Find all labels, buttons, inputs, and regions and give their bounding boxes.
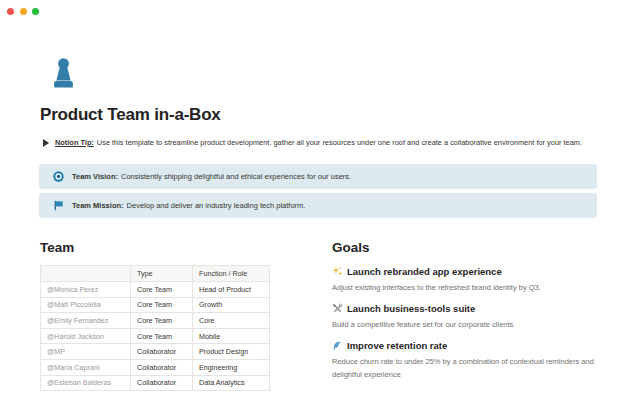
goal-item: Launch rebranded app experience Adjust e… — [332, 265, 606, 294]
team-section: Team Type Function / Role @Monica PerezC… — [40, 239, 273, 391]
callout-text: Develop and deliver an industry leading … — [127, 201, 306, 211]
goals-section: Goals Launch rebranded app experience Ad… — [332, 239, 606, 389]
goal-title-row[interactable]: Launch business-tools suite — [332, 302, 606, 315]
team-table: Type Function / Role @Monica PerezCore T… — [40, 265, 270, 391]
tip-text: Notion Tip:Use this template to streamli… — [55, 138, 582, 148]
person-mention-cell[interactable]: @Esteban Balderas — [41, 375, 131, 391]
table-cell[interactable]: Collaborator — [131, 344, 193, 360]
callout-text: Consistently shipping delightful and eth… — [121, 172, 351, 182]
goal-title-row[interactable]: Launch rebranded app experience — [332, 265, 606, 278]
table-row: @Matt PiccolellaCore TeamGrowth — [41, 297, 270, 313]
person-mention-cell[interactable]: @Harold Jackson — [41, 328, 131, 344]
table-cell[interactable]: Data Analytics — [193, 375, 270, 391]
table-cell[interactable]: Collaborator — [131, 375, 193, 391]
person-mention-cell[interactable]: @Matt Piccolella — [41, 297, 131, 313]
tip-body: Use this template to streamline product … — [97, 138, 582, 147]
column-header-function-role[interactable]: Function / Role — [193, 266, 270, 282]
team-table-body: @Monica PerezCore TeamHead of Product@Ma… — [41, 282, 270, 391]
table-row: @Harold JacksonCore TeamMobile — [41, 328, 270, 344]
person-mention-cell[interactable]: @Emily Fernandez — [41, 313, 131, 329]
table-cell[interactable]: Collaborator — [131, 359, 193, 375]
team-vision-callout[interactable]: Team Vision: Consistently shipping delig… — [39, 164, 597, 189]
goal-description[interactable]: Build a competitive feature set for our … — [332, 318, 604, 331]
flag-icon — [53, 200, 64, 211]
goal-title: Launch rebranded app experience — [347, 265, 502, 278]
goal-description[interactable]: Adjust existing interfaces to the refres… — [332, 281, 604, 294]
goal-title: Launch business-tools suite — [347, 302, 475, 315]
table-cell[interactable]: Mobile — [193, 328, 270, 344]
team-mission-callout[interactable]: Team Mission: Develop and deliver an ind… — [39, 193, 597, 218]
table-row: @Esteban BalderasCollaboratorData Analyt… — [41, 375, 270, 391]
table-cell[interactable]: Core Team — [131, 328, 193, 344]
table-row: @Emily FernandezCore TeamCore — [41, 313, 270, 329]
hammer-and-wrench-icon — [332, 303, 343, 314]
person-mention-cell[interactable]: @Monica Perez — [41, 282, 131, 298]
window-controls — [7, 8, 39, 15]
minimize-button[interactable] — [20, 8, 27, 15]
goal-title: Improve retention rate — [347, 339, 447, 352]
column-header-type[interactable]: Type — [131, 266, 193, 282]
tip-label: Notion Tip: — [55, 138, 94, 147]
person-mention-cell[interactable]: @MP — [41, 344, 131, 360]
sparkles-icon — [332, 266, 343, 277]
goals-heading[interactable]: Goals — [332, 239, 606, 257]
table-row: @Maria CapraniCollaboratorEngineering — [41, 359, 270, 375]
goal-item: Launch business-tools suite Build a comp… — [332, 302, 606, 331]
pawn-icon[interactable] — [52, 57, 75, 89]
column-header-name[interactable] — [41, 266, 131, 282]
callout-label: Team Vision: — [72, 172, 118, 182]
page-title[interactable]: Product Team in-a-Box — [40, 103, 221, 127]
table-cell[interactable]: Core Team — [131, 297, 193, 313]
nazar-amulet-icon — [53, 171, 64, 182]
table-cell[interactable]: Growth — [193, 297, 270, 313]
table-cell[interactable]: Engineering — [193, 359, 270, 375]
triangle-right-icon[interactable] — [43, 139, 49, 147]
goals-list: Launch rebranded app experience Adjust e… — [332, 265, 606, 381]
goal-description[interactable]: Reduce churn rate to under 25% by a comb… — [332, 355, 604, 381]
goal-item: Improve retention rate Reduce churn rate… — [332, 339, 606, 381]
team-heading[interactable]: Team — [40, 239, 273, 257]
notion-tip-toggle[interactable]: Notion Tip:Use this template to streamli… — [43, 138, 633, 148]
table-cell[interactable]: Core Team — [131, 282, 193, 298]
table-cell[interactable]: Product Design — [193, 344, 270, 360]
table-row: @MPCollaboratorProduct Design — [41, 344, 270, 360]
goal-title-row[interactable]: Improve retention rate — [332, 339, 606, 352]
zoom-button[interactable] — [32, 8, 39, 15]
table-cell[interactable]: Head of Product — [193, 282, 270, 298]
table-row: @Monica PerezCore TeamHead of Product — [41, 282, 270, 298]
table-cell[interactable]: Core — [193, 313, 270, 329]
table-header-row: Type Function / Role — [41, 266, 270, 282]
table-cell[interactable]: Core Team — [131, 313, 193, 329]
person-mention-cell[interactable]: @Maria Caprani — [41, 359, 131, 375]
dolphin-icon — [332, 340, 343, 351]
callout-label: Team Mission: — [72, 201, 124, 211]
close-button[interactable] — [7, 8, 14, 15]
